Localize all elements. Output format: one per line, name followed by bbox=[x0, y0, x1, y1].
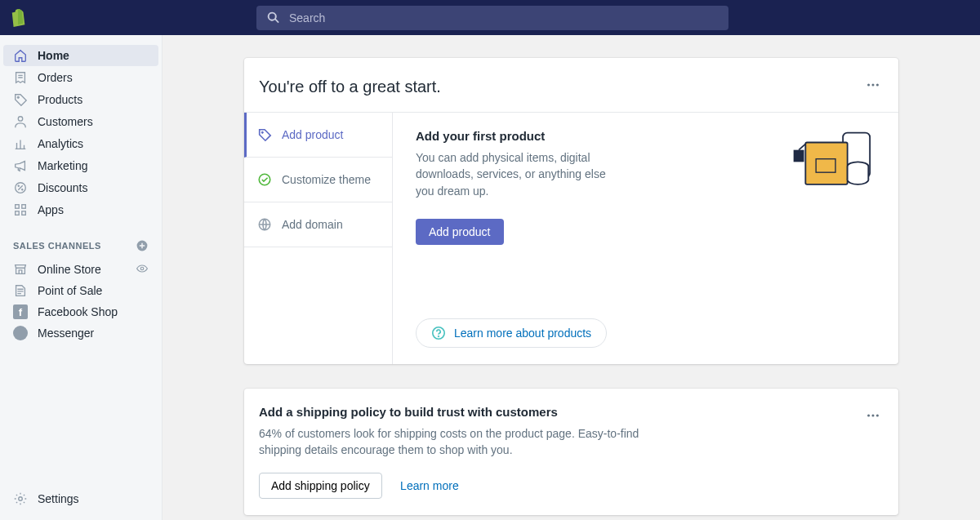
svg-rect-8 bbox=[22, 211, 26, 216]
add-shipping-policy-button[interactable]: Add shipping policy bbox=[259, 473, 382, 499]
svg-point-26 bbox=[867, 414, 870, 416]
svg-point-3 bbox=[18, 185, 20, 187]
step-add-domain-label: Add domain bbox=[282, 218, 343, 231]
nav-orders-label: Orders bbox=[38, 71, 73, 84]
step-detail-body: You can add physical items, digital down… bbox=[416, 149, 612, 199]
setup-card-title: You're off to a great start. bbox=[259, 78, 441, 96]
nav-products-label: Products bbox=[38, 93, 82, 106]
svg-point-15 bbox=[261, 131, 263, 133]
nav-customers-label: Customers bbox=[38, 115, 93, 128]
nav-discounts-label: Discounts bbox=[38, 181, 87, 194]
nav-settings[interactable]: Settings bbox=[3, 487, 158, 510]
top-bar bbox=[0, 0, 980, 35]
shipping-card-more-button[interactable] bbox=[862, 405, 884, 429]
svg-rect-19 bbox=[805, 143, 847, 184]
topbar-account-area[interactable] bbox=[848, 6, 970, 30]
svg-point-0 bbox=[17, 96, 19, 98]
search-input[interactable] bbox=[289, 11, 719, 24]
step-detail-panel: Add your first product You can add physi… bbox=[393, 113, 898, 364]
nav-analytics[interactable]: Analytics bbox=[3, 133, 158, 154]
add-product-button[interactable]: Add product bbox=[416, 219, 504, 245]
svg-rect-7 bbox=[16, 211, 20, 216]
setup-card-more-button[interactable] bbox=[862, 74, 884, 99]
customers-icon bbox=[13, 114, 28, 129]
add-channel-icon[interactable] bbox=[136, 239, 149, 252]
shipping-policy-card: Add a shipping policy to build trust wit… bbox=[244, 389, 898, 516]
shopify-logo-icon bbox=[10, 8, 28, 28]
sidebar: Home Orders Products Customers Analytics… bbox=[0, 35, 163, 520]
main-content: You're off to a great start. Add product… bbox=[163, 35, 980, 520]
sales-channels-header: SALES CHANNELS bbox=[0, 239, 162, 252]
nav-home[interactable]: Home bbox=[3, 45, 158, 66]
nav-discounts[interactable]: Discounts bbox=[3, 177, 158, 198]
orders-icon bbox=[13, 70, 28, 85]
step-add-product[interactable]: Add product bbox=[244, 113, 392, 158]
nav-orders[interactable]: Orders bbox=[3, 67, 158, 88]
channel-online-store-label: Online Store bbox=[38, 263, 101, 276]
svg-rect-21 bbox=[794, 150, 804, 162]
tag-icon bbox=[257, 127, 272, 142]
pos-icon bbox=[13, 283, 28, 298]
channel-pos[interactable]: Point of Sale bbox=[3, 280, 158, 301]
svg-point-13 bbox=[871, 83, 874, 86]
nav-products[interactable]: Products bbox=[3, 89, 158, 110]
svg-line-22 bbox=[799, 144, 805, 149]
step-customize-theme[interactable]: Customize theme bbox=[244, 158, 392, 202]
sales-channels-label: SALES CHANNELS bbox=[13, 241, 101, 251]
product-illustration bbox=[791, 129, 880, 194]
discount-icon bbox=[13, 180, 28, 195]
nav-apps[interactable]: Apps bbox=[3, 199, 158, 220]
svg-rect-5 bbox=[16, 205, 20, 209]
svg-point-14 bbox=[876, 83, 879, 86]
learn-more-products-link[interactable]: Learn more about products bbox=[416, 318, 607, 348]
megaphone-icon bbox=[13, 158, 28, 173]
nav-marketing[interactable]: Marketing bbox=[3, 155, 158, 176]
shipping-learn-more-link[interactable]: Learn more bbox=[400, 479, 459, 492]
globe-icon bbox=[257, 217, 272, 232]
step-customize-theme-label: Customize theme bbox=[282, 173, 371, 186]
step-add-product-label: Add product bbox=[282, 128, 344, 141]
gear-icon bbox=[13, 491, 28, 506]
svg-point-12 bbox=[867, 83, 870, 86]
channel-facebook[interactable]: f Facebook Shop bbox=[3, 301, 158, 322]
channel-messenger[interactable]: Messenger bbox=[3, 322, 158, 344]
setup-steps-list: Add product Customize theme Add domain bbox=[244, 113, 393, 364]
search-field[interactable] bbox=[256, 6, 728, 30]
svg-point-4 bbox=[21, 189, 23, 190]
setup-card: You're off to a great start. Add product… bbox=[244, 58, 898, 364]
svg-point-10 bbox=[140, 267, 144, 270]
svg-point-28 bbox=[876, 414, 879, 416]
nav-apps-label: Apps bbox=[38, 203, 64, 216]
svg-point-11 bbox=[19, 497, 23, 501]
svg-point-1 bbox=[18, 117, 22, 121]
nav-marketing-label: Marketing bbox=[38, 159, 87, 172]
svg-point-27 bbox=[871, 414, 874, 416]
channel-facebook-label: Facebook Shop bbox=[38, 305, 118, 318]
shipping-card-body: 64% of customers look for shipping costs… bbox=[259, 425, 684, 459]
nav-settings-label: Settings bbox=[38, 492, 79, 505]
step-add-domain[interactable]: Add domain bbox=[244, 202, 392, 247]
facebook-icon: f bbox=[13, 304, 28, 319]
more-horizontal-icon bbox=[866, 408, 880, 423]
tag-icon bbox=[13, 92, 28, 107]
learn-more-products-label: Learn more about products bbox=[454, 327, 591, 340]
view-store-icon[interactable] bbox=[136, 262, 149, 278]
more-horizontal-icon bbox=[866, 78, 880, 92]
store-icon bbox=[13, 262, 28, 277]
apps-icon bbox=[13, 202, 28, 217]
home-icon bbox=[13, 48, 28, 63]
search-icon bbox=[266, 11, 281, 25]
step-detail-heading: Add your first product bbox=[416, 129, 774, 143]
channel-pos-label: Point of Sale bbox=[38, 284, 102, 297]
shipping-card-title: Add a shipping policy to build trust wit… bbox=[259, 405, 862, 419]
topbar-store-name[interactable] bbox=[36, 7, 165, 29]
nav-analytics-label: Analytics bbox=[38, 137, 83, 150]
svg-rect-6 bbox=[22, 205, 26, 209]
nav-home-label: Home bbox=[38, 49, 69, 62]
help-circle-icon bbox=[431, 326, 446, 340]
svg-point-25 bbox=[438, 336, 439, 337]
nav-customers[interactable]: Customers bbox=[3, 111, 158, 132]
analytics-icon bbox=[13, 136, 28, 151]
channel-messenger-label: Messenger bbox=[38, 327, 94, 340]
channel-online-store[interactable]: Online Store bbox=[3, 259, 158, 280]
